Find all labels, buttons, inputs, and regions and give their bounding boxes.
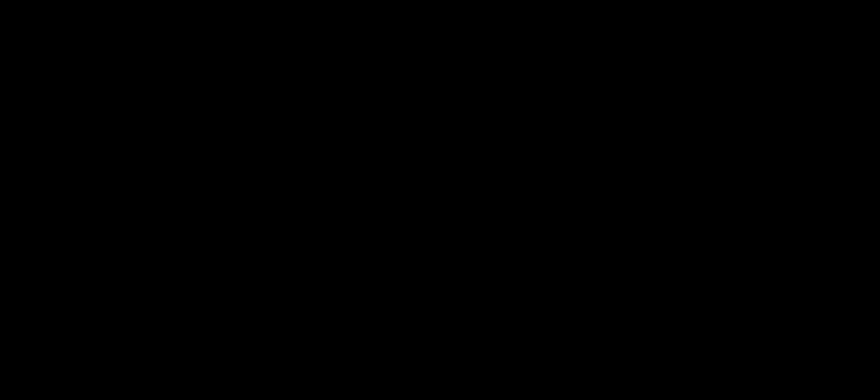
accelerometer-chart-window [0, 0, 868, 392]
plot-canvas [0, 0, 868, 392]
